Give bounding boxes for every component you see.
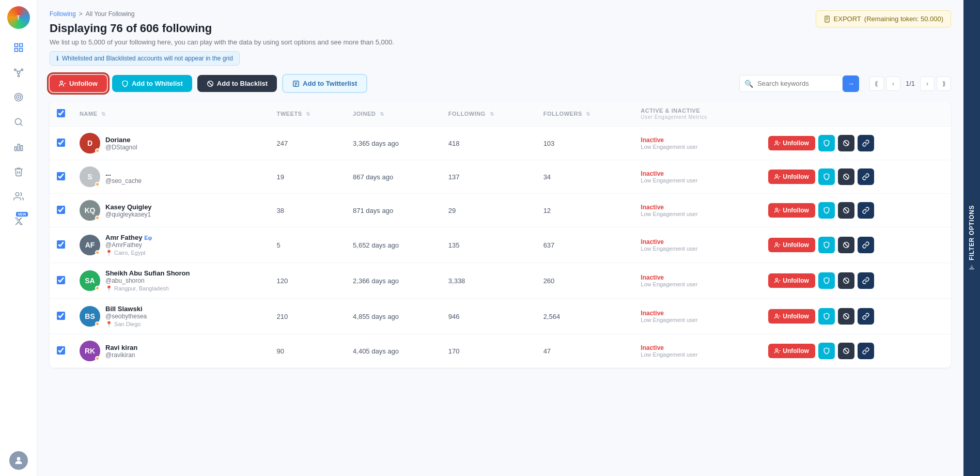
row-blacklist-button[interactable] bbox=[838, 168, 854, 185]
row-actions-cell: Unfollow bbox=[761, 334, 951, 368]
main-content: EXPORT (Remaining token: 50.000) Followi… bbox=[37, 0, 963, 476]
row-link-button[interactable] bbox=[858, 135, 874, 151]
row-whitelist-button[interactable] bbox=[818, 237, 835, 253]
row-joined: 4,855 days ago bbox=[346, 299, 441, 334]
svg-rect-18 bbox=[21, 146, 22, 151]
status-badge: Inactive bbox=[641, 136, 754, 144]
header-checkbox-col bbox=[50, 101, 72, 127]
row-checkbox[interactable] bbox=[57, 172, 65, 180]
row-whitelist-button[interactable] bbox=[818, 272, 835, 289]
row-user-cell: BS Bill Slawski @seobythesea 📍 San Diego bbox=[72, 299, 270, 334]
breadcrumb-current: All Your Following bbox=[86, 10, 135, 18]
row-unfollow-button[interactable]: Unfollow bbox=[768, 309, 815, 324]
row-whitelist-button[interactable] bbox=[818, 168, 835, 185]
sidebar-item-search[interactable] bbox=[8, 112, 29, 132]
info-icon: ℹ bbox=[56, 55, 59, 62]
sidebar-item-network[interactable] bbox=[8, 62, 29, 83]
user-handle: @quigleykasey1 bbox=[105, 211, 152, 218]
svg-point-19 bbox=[15, 193, 19, 196]
row-whitelist-button[interactable] bbox=[818, 308, 835, 325]
row-checkbox[interactable] bbox=[57, 346, 65, 355]
search-input[interactable] bbox=[739, 75, 843, 92]
row-unfollow-button[interactable]: Unfollow bbox=[768, 170, 815, 184]
sidebar-item-trash[interactable] bbox=[8, 161, 29, 182]
twitterlist-button[interactable]: Add to Twitterlist bbox=[282, 74, 367, 93]
user-info: Kasey Quigley @quigleykasey1 bbox=[105, 203, 152, 218]
export-button[interactable]: EXPORT (Remaining token: 50.000) bbox=[816, 10, 951, 27]
row-blacklist-button[interactable] bbox=[838, 308, 854, 325]
sidebar-item-x-twitter[interactable]: NEW bbox=[8, 211, 29, 232]
row-link-button[interactable] bbox=[858, 272, 874, 289]
row-followers: 637 bbox=[536, 227, 634, 263]
row-whitelist-button[interactable] bbox=[818, 202, 835, 219]
status-dot bbox=[95, 216, 100, 220]
row-unfollow-button[interactable]: Unfollow bbox=[768, 203, 815, 218]
status-badge: Inactive bbox=[641, 204, 754, 211]
row-actions-cell: Unfollow bbox=[761, 227, 951, 263]
page-info: 1/1 bbox=[903, 80, 918, 87]
page-last-button[interactable]: ⟫ bbox=[937, 76, 951, 91]
row-checkbox[interactable] bbox=[57, 206, 65, 214]
user-info: ... @seo_cache bbox=[105, 170, 142, 185]
row-link-button[interactable] bbox=[858, 237, 874, 253]
user-info: Doriane @DStagnol bbox=[105, 136, 137, 151]
row-checkbox[interactable] bbox=[57, 240, 65, 249]
user-location: 📍 Cairo, Egypt bbox=[105, 250, 152, 256]
status-dot bbox=[95, 250, 100, 255]
filter-options-sidebar[interactable]: FILTER OPTIONS bbox=[963, 0, 980, 476]
row-unfollow-button[interactable]: Unfollow bbox=[768, 238, 815, 252]
sidebar-item-analytics[interactable] bbox=[8, 136, 29, 157]
sidebar-item-target[interactable] bbox=[8, 87, 29, 108]
row-blacklist-button[interactable] bbox=[838, 237, 854, 253]
app-logo[interactable]: T bbox=[7, 6, 30, 29]
row-unfollow-button[interactable]: Unfollow bbox=[768, 273, 815, 288]
svg-point-14 bbox=[15, 118, 21, 125]
row-joined: 2,366 days ago bbox=[346, 263, 441, 299]
row-checkbox[interactable] bbox=[57, 139, 65, 147]
row-blacklist-button[interactable] bbox=[838, 272, 854, 289]
page-prev-button[interactable]: ‹ bbox=[886, 76, 900, 91]
row-unfollow-button[interactable]: Unfollow bbox=[768, 344, 815, 358]
row-status-cell: Inactive Low Engagement user bbox=[633, 299, 761, 334]
row-tweets: 120 bbox=[270, 263, 346, 299]
user-avatar[interactable] bbox=[9, 451, 28, 470]
user-name: Amr Fathey Eφ bbox=[105, 234, 152, 241]
avatar-wrap: D bbox=[80, 133, 100, 153]
row-link-button[interactable] bbox=[858, 343, 874, 359]
row-whitelist-button[interactable] bbox=[818, 135, 835, 151]
row-checkbox[interactable] bbox=[57, 312, 65, 320]
page-first-button[interactable]: ⟪ bbox=[869, 76, 884, 91]
row-actions: Unfollow bbox=[768, 202, 944, 219]
table-row: RK Ravi kiran @ravikiran 90 4,405 days a… bbox=[50, 334, 951, 368]
row-link-button[interactable] bbox=[858, 308, 874, 325]
breadcrumb-parent[interactable]: Following bbox=[50, 10, 76, 18]
row-tweets: 19 bbox=[270, 160, 346, 194]
row-whitelist-button[interactable] bbox=[818, 343, 835, 359]
search-go-button[interactable]: → bbox=[843, 75, 859, 92]
row-following: 418 bbox=[441, 127, 536, 160]
row-link-button[interactable] bbox=[858, 168, 874, 185]
row-unfollow-button[interactable]: Unfollow bbox=[768, 136, 815, 150]
svg-rect-1 bbox=[19, 44, 22, 47]
sidebar-item-users[interactable] bbox=[8, 186, 29, 207]
row-checkbox[interactable] bbox=[57, 276, 65, 284]
whitelist-button[interactable]: Add to Whitelist bbox=[112, 75, 192, 92]
page-next-button[interactable]: › bbox=[920, 76, 935, 91]
blacklist-button[interactable]: Add to Blacklist bbox=[197, 75, 277, 92]
row-actions: Unfollow bbox=[768, 135, 944, 151]
user-name: Ravi kiran bbox=[105, 344, 137, 351]
table-header-row: NAME ⇅ TWEETS ⇅ JOINED ⇅ FOLLOWING ⇅ FOL… bbox=[50, 101, 951, 127]
unfollow-button[interactable]: Unfollow bbox=[50, 75, 107, 92]
row-link-button[interactable] bbox=[858, 202, 874, 219]
blacklist-label: Add to Blacklist bbox=[217, 80, 268, 87]
select-all-checkbox[interactable] bbox=[57, 109, 65, 117]
row-blacklist-button[interactable] bbox=[838, 343, 854, 359]
row-blacklist-button[interactable] bbox=[838, 135, 854, 151]
svg-point-57 bbox=[776, 349, 778, 351]
user-handle: @seobythesea bbox=[105, 313, 147, 320]
row-blacklist-button[interactable] bbox=[838, 202, 854, 219]
sidebar-item-dashboard[interactable] bbox=[8, 37, 29, 58]
engagement-label: Low Engagement user bbox=[641, 144, 754, 150]
row-actions-cell: Unfollow bbox=[761, 263, 951, 299]
svg-point-53 bbox=[776, 314, 778, 316]
